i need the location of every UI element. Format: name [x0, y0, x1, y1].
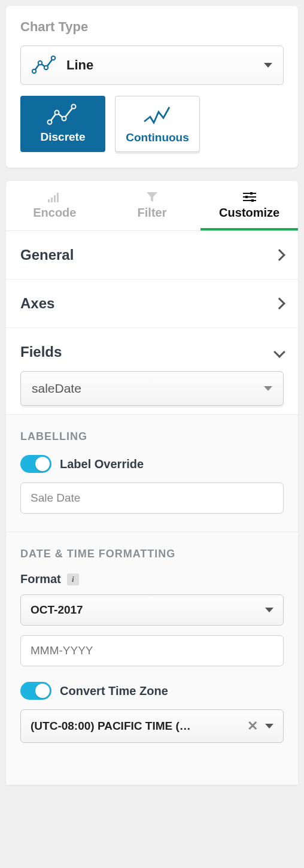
- caret-down-icon: [265, 608, 273, 612]
- timezone-dropdown[interactable]: (UTC-08:00) PACIFIC TIME (… ✕: [20, 709, 284, 743]
- field-select-dropdown[interactable]: saleDate: [20, 371, 284, 406]
- format-label: Format: [20, 572, 61, 586]
- chart-type-heading: Chart Type: [20, 19, 284, 35]
- caret-down-icon: [264, 386, 272, 391]
- accordion-axes-label: Axes: [20, 295, 54, 312]
- chart-type-panel: Chart Type Line Discrete: [6, 6, 298, 168]
- discrete-line-icon: [46, 103, 80, 127]
- settings-panel: Encode Filter Customize General Axes: [6, 181, 298, 785]
- continuous-line-icon: [141, 104, 174, 128]
- encode-icon: [48, 192, 61, 202]
- chevron-down-icon: [273, 346, 285, 358]
- caret-down-icon: [264, 63, 272, 68]
- svg-point-4: [48, 120, 52, 125]
- svg-rect-10: [54, 195, 56, 202]
- svg-point-6: [62, 117, 66, 121]
- caret-down-icon: [265, 724, 273, 729]
- svg-rect-11: [57, 193, 59, 202]
- format-pattern-input[interactable]: [20, 635, 284, 666]
- labelling-section: LABELLING Label Override: [6, 414, 298, 532]
- mode-continuous-button[interactable]: Continuous: [115, 96, 200, 152]
- info-icon[interactable]: i: [67, 573, 79, 585]
- mode-discrete-label: Discrete: [41, 130, 86, 144]
- chevron-right-icon: [273, 298, 285, 309]
- line-chart-icon: [32, 54, 58, 76]
- svg-point-7: [72, 105, 76, 109]
- chart-mode-row: Discrete Continuous: [20, 96, 284, 152]
- label-override-text: Label Override: [60, 457, 144, 471]
- svg-rect-13: [250, 192, 253, 195]
- svg-point-5: [55, 111, 59, 115]
- datetime-section: DATE & TIME FORMATTING Format i OCT-2017…: [6, 532, 298, 785]
- svg-rect-8: [48, 199, 50, 202]
- svg-rect-17: [251, 199, 254, 202]
- settings-tabs: Encode Filter Customize: [6, 181, 298, 231]
- svg-rect-15: [245, 196, 248, 198]
- convert-timezone-toggle[interactable]: [20, 682, 51, 700]
- accordion-general-label: General: [20, 247, 74, 263]
- customize-icon: [243, 192, 256, 202]
- accordion-fields-label: Fields: [20, 344, 62, 360]
- clear-icon[interactable]: ✕: [247, 718, 258, 734]
- datetime-heading: DATE & TIME FORMATTING: [20, 548, 284, 560]
- tab-filter[interactable]: Filter: [104, 181, 201, 230]
- tab-encode-label: Encode: [33, 206, 76, 220]
- svg-point-0: [32, 69, 36, 73]
- svg-rect-9: [51, 198, 53, 202]
- field-select-value: saleDate: [32, 381, 81, 396]
- chart-type-dropdown[interactable]: Line: [20, 45, 284, 85]
- tab-encode[interactable]: Encode: [6, 181, 104, 230]
- chevron-right-icon: [273, 249, 285, 261]
- accordion-general[interactable]: General: [6, 231, 298, 280]
- accordion-fields[interactable]: Fields: [6, 328, 298, 371]
- accordion-axes[interactable]: Axes: [6, 280, 298, 328]
- chart-type-selected: Line: [66, 57, 264, 73]
- labelling-heading: LABELLING: [20, 430, 284, 443]
- timezone-value: (UTC-08:00) PACIFIC TIME (…: [31, 720, 240, 733]
- filter-icon: [146, 192, 158, 202]
- format-value: OCT-2017: [31, 603, 83, 617]
- convert-timezone-label: Convert Time Zone: [60, 684, 168, 698]
- svg-point-1: [38, 61, 42, 65]
- mode-continuous-label: Continuous: [126, 131, 189, 144]
- tab-filter-label: Filter: [138, 206, 167, 220]
- tab-customize-label: Customize: [219, 206, 279, 220]
- tab-customize[interactable]: Customize: [200, 181, 298, 230]
- format-dropdown[interactable]: OCT-2017: [20, 594, 284, 626]
- svg-point-2: [44, 66, 48, 69]
- mode-discrete-button[interactable]: Discrete: [20, 96, 105, 152]
- label-override-toggle[interactable]: [20, 455, 51, 473]
- svg-point-3: [51, 56, 55, 60]
- label-override-input[interactable]: [20, 482, 284, 514]
